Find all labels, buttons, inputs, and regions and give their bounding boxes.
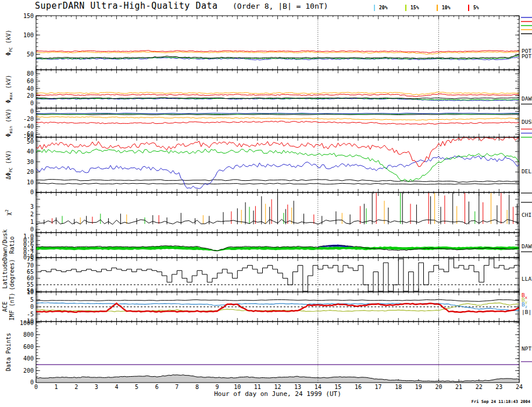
y-tick-label: 800 (23, 331, 34, 338)
x-tick-label: 24 (516, 384, 523, 390)
y-axis-title: Dawn/Dusk (2, 229, 8, 260)
y-tick-label: 70 (27, 262, 34, 269)
x-tick-label: 9 (216, 384, 219, 390)
series-line (36, 180, 519, 183)
y-tick-label: 3 (30, 204, 34, 210)
panel-dawn-dusk-ratio: 0.00.20.40.60.81.0Dawn/DuskRatioDAWN (2, 229, 532, 260)
x-tick-label: 21 (455, 384, 462, 390)
x-tick-label: 0 (34, 384, 38, 390)
right-panel-label: |B| (522, 309, 531, 315)
series-line (36, 149, 519, 182)
x-tick-label: 19 (415, 384, 422, 390)
x-tick-label: 6 (155, 384, 159, 390)
panel-ticks (36, 108, 519, 137)
y-tick-label: -20 (23, 116, 34, 122)
x-tick-label: 13 (294, 384, 301, 390)
y-tick-label: 1.0 (23, 233, 34, 240)
panel-ticks (36, 16, 519, 70)
y-axis-title: Data Points (5, 333, 12, 371)
y-tick-label: -60 (23, 131, 34, 137)
y-tick-label: 50 (27, 138, 34, 145)
panel-ticks (36, 258, 519, 292)
x-axis-title: Hour of day on June, 24 1999 (UT) (36, 390, 519, 398)
y-tick-label: 100 (23, 32, 34, 38)
panel-ace-imf: -10-50510ACEIMF (nT)BxByBz|B| (2, 289, 531, 324)
x-tick-label: 23 (495, 384, 502, 390)
y-axis-title: IMF (nT) (9, 292, 15, 320)
panel-frame (36, 258, 519, 292)
y-tick-label: -5 (27, 311, 34, 317)
y-tick-label: 20 (27, 92, 34, 99)
y-tick-label: 400 (23, 355, 34, 362)
panel-phi-max: 020406080Φmax (kV)DAWN (5, 70, 532, 108)
y-tick-label: 0 (30, 100, 34, 106)
y-tick-label: 75 (27, 256, 34, 262)
y-tick-label: 10 (27, 289, 34, 295)
y-tick-label: 1000 (20, 320, 34, 326)
y-axis-title: Ratio (9, 236, 15, 254)
y-tick-label: 2 (30, 211, 34, 217)
series-line (36, 94, 519, 97)
x-tick-label: 12 (274, 384, 281, 390)
series-line (36, 115, 519, 115)
series-line (36, 138, 519, 167)
x-tick-label: 16 (355, 384, 362, 390)
series-line (36, 299, 519, 301)
panel-chi-squared: 0123χ2 CHI (5, 192, 532, 233)
y-axis-title: Latitude (2, 260, 8, 288)
x-tick-label: 4 (115, 384, 118, 390)
x-tick-label: 5 (135, 384, 138, 390)
series-line (36, 183, 519, 184)
x-tick-label: 3 (95, 384, 98, 390)
panel-frame (36, 233, 519, 258)
y-tick-label: 60 (27, 275, 34, 281)
panel-frame (36, 70, 519, 108)
series-area (36, 375, 519, 383)
y-tick-label: 150 (23, 13, 34, 19)
y-tick-label: 50 (27, 51, 34, 58)
x-tick-label: 10 (234, 384, 241, 390)
panel-phi-min: -80-60-40-200Φmin (kV)DUSK (5, 108, 532, 140)
right-panel-label: DUSK (522, 119, 532, 125)
x-tick-label: 8 (195, 384, 199, 390)
series-step (36, 259, 519, 291)
right-panel-label: LLAT (522, 276, 532, 282)
x-tick-label: 7 (175, 384, 178, 390)
x-tick-label: 22 (476, 384, 483, 390)
x-tick-label: 1 (55, 384, 58, 390)
y-axis-title: (degrees) (9, 259, 15, 290)
panel-delta-phi-pc: 01020304050ΔΦPC (kV)DEL (5, 137, 531, 195)
right-panel-label: POT (522, 53, 531, 59)
y-tick-label: 0 (30, 304, 34, 310)
right-panel-label: NPTS (522, 345, 532, 352)
panel-data-points: 02004006008001000Data PointsNPTS (5, 320, 532, 385)
y-tick-label: 600 (23, 344, 34, 350)
x-tick-label: 18 (395, 384, 402, 390)
panel-frame (36, 108, 519, 137)
y-tick-label: 65 (27, 269, 34, 275)
y-tick-label: 0 (30, 189, 34, 195)
y-tick-label: 0 (30, 108, 34, 115)
x-tick-label: 14 (315, 384, 322, 390)
y-tick-label: -40 (23, 123, 34, 130)
panel-ticks (36, 70, 519, 108)
y-tick-label: 10 (27, 179, 34, 185)
series-line (36, 121, 519, 124)
y-tick-label: 60 (27, 78, 34, 84)
y-tick-label: 80 (27, 70, 34, 77)
y-tick-label: 0 (30, 379, 34, 385)
right-panel-label: DAWN (522, 243, 532, 249)
y-tick-label: 40 (27, 148, 34, 155)
series-line (36, 52, 519, 55)
panel-frame (36, 16, 519, 70)
x-tick-label: 11 (254, 384, 261, 390)
series-impulses (52, 193, 513, 224)
right-panel-label: DEL (522, 168, 531, 174)
x-tick-label: 2 (74, 384, 78, 390)
right-panel-label: CHI (522, 212, 531, 218)
panel-latitude: 505560657075Latitude(degrees)LLAT (2, 256, 532, 295)
panel-frame (36, 322, 519, 383)
panel-ticks (36, 322, 519, 383)
y-tick-label: 55 (27, 281, 34, 288)
y-axis-title: ΦPC (kV) (5, 30, 13, 56)
